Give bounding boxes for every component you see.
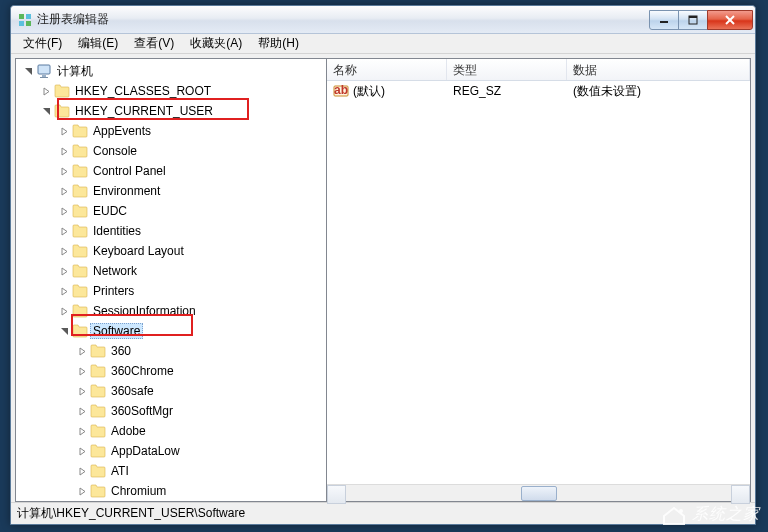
tree-node-hkcu-child-9[interactable]: SessionInformation <box>16 301 326 321</box>
tree-expand-icon[interactable] <box>56 263 72 279</box>
client-area: 计算机HKEY_CLASSES_ROOTHKEY_CURRENT_USERApp… <box>11 54 755 502</box>
list-body[interactable]: ab (默认) REG_SZ (数值未设置) <box>327 81 750 484</box>
menu-file[interactable]: 文件(F) <box>15 33 70 54</box>
tree-expand-icon[interactable] <box>56 143 72 159</box>
folder-icon <box>72 223 88 239</box>
tree-expand-icon[interactable] <box>56 163 72 179</box>
menu-edit[interactable]: 编辑(E) <box>70 33 126 54</box>
tree-expand-icon[interactable] <box>74 363 90 379</box>
menu-view[interactable]: 查看(V) <box>126 33 182 54</box>
list-pane: 名称 类型 数据 ab (默认) REG_SZ (数值未设置) <box>327 58 751 502</box>
svg-rect-0 <box>19 14 24 19</box>
svg-rect-1 <box>26 14 31 19</box>
tree-expand-icon[interactable] <box>56 223 72 239</box>
tree-node-hkcr[interactable]: HKEY_CLASSES_ROOT <box>16 81 326 101</box>
close-button[interactable] <box>707 10 753 30</box>
tree-label: ATI <box>108 463 132 479</box>
tree-node-hkcu[interactable]: HKEY_CURRENT_USER <box>16 101 326 121</box>
tree-label: Adobe <box>108 423 149 439</box>
tree-label: HKEY_CLASSES_ROOT <box>72 83 214 99</box>
minimize-button[interactable] <box>649 10 679 30</box>
tree-pane[interactable]: 计算机HKEY_CLASSES_ROOTHKEY_CURRENT_USERApp… <box>15 58 327 502</box>
tree-expand-icon[interactable] <box>56 123 72 139</box>
tree-label: 360Chrome <box>108 363 177 379</box>
tree-node-hkcu-child-7[interactable]: Network <box>16 261 326 281</box>
tree-expand-icon[interactable] <box>74 463 90 479</box>
tree-label: Keyboard Layout <box>90 243 187 259</box>
list-row[interactable]: ab (默认) REG_SZ (数值未设置) <box>327 81 750 101</box>
tree-node-hkcu-child-6[interactable]: Keyboard Layout <box>16 241 326 261</box>
folder-icon <box>72 303 88 319</box>
tree-expand-icon[interactable] <box>56 203 72 219</box>
folder-icon <box>54 83 70 99</box>
tree-expand-icon[interactable] <box>56 283 72 299</box>
tree-node-hkcu-child-0[interactable]: AppEvents <box>16 121 326 141</box>
tree-collapse-icon[interactable] <box>56 323 72 339</box>
tree-collapse-icon[interactable] <box>20 63 36 79</box>
folder-icon <box>90 423 106 439</box>
tree-expand-icon[interactable] <box>74 423 90 439</box>
tree-node-software-child-4[interactable]: Adobe <box>16 421 326 441</box>
column-type[interactable]: 类型 <box>447 59 567 80</box>
tree-label: 360safe <box>108 383 157 399</box>
tree-expand-icon[interactable] <box>74 443 90 459</box>
statusbar: 计算机\HKEY_CURRENT_USER\Software <box>11 502 755 524</box>
svg-rect-10 <box>42 75 46 77</box>
titlebar[interactable]: 注册表编辑器 <box>11 6 755 34</box>
tree-collapse-icon[interactable] <box>38 103 54 119</box>
tree-node-software[interactable]: Software <box>16 321 326 341</box>
tree-expand-icon[interactable] <box>38 83 54 99</box>
value-name: (默认) <box>353 83 385 100</box>
menu-help[interactable]: 帮助(H) <box>250 33 307 54</box>
tree-node-software-child-7[interactable]: Chromium <box>16 481 326 501</box>
folder-icon <box>72 163 88 179</box>
tree-node-hkcu-child-1[interactable]: Console <box>16 141 326 161</box>
window-title: 注册表编辑器 <box>37 11 650 28</box>
menubar: 文件(F) 编辑(E) 查看(V) 收藏夹(A) 帮助(H) <box>11 34 755 54</box>
string-value-icon: ab <box>333 83 349 99</box>
tree-expand-icon[interactable] <box>74 403 90 419</box>
svg-rect-11 <box>40 77 48 78</box>
tree-expand-icon[interactable] <box>56 303 72 319</box>
tree-node-software-child-6[interactable]: ATI <box>16 461 326 481</box>
tree-node-hkcu-child-2[interactable]: Control Panel <box>16 161 326 181</box>
column-name[interactable]: 名称 <box>327 59 447 80</box>
tree-label: Network <box>90 263 140 279</box>
status-path: 计算机\HKEY_CURRENT_USER\Software <box>17 505 245 522</box>
folder-icon <box>72 243 88 259</box>
tree-node-hkcu-child-4[interactable]: EUDC <box>16 201 326 221</box>
tree-expand-icon[interactable] <box>56 183 72 199</box>
svg-rect-9 <box>38 65 50 74</box>
svg-rect-2 <box>19 21 24 26</box>
menu-favorites[interactable]: 收藏夹(A) <box>182 33 250 54</box>
folder-icon <box>72 263 88 279</box>
tree-node-computer[interactable]: 计算机 <box>16 61 326 81</box>
tree-node-hkcu-child-3[interactable]: Environment <box>16 181 326 201</box>
tree-node-hkcu-child-8[interactable]: Printers <box>16 281 326 301</box>
tree-node-hkcu-child-5[interactable]: Identities <box>16 221 326 241</box>
tree-expand-icon[interactable] <box>74 383 90 399</box>
tree-node-software-child-3[interactable]: 360SoftMgr <box>16 401 326 421</box>
column-data[interactable]: 数据 <box>567 59 750 80</box>
tree-label: Software <box>90 323 143 339</box>
tree-expand-icon[interactable] <box>74 343 90 359</box>
tree-node-software-child-2[interactable]: 360safe <box>16 381 326 401</box>
tree-label: Identities <box>90 223 144 239</box>
tree-label: HKEY_CURRENT_USER <box>72 103 216 119</box>
watermark-text: 系统之家 <box>692 504 760 525</box>
tree-expand-icon[interactable] <box>56 243 72 259</box>
value-type: REG_SZ <box>447 82 567 100</box>
tree-label: Chromium <box>108 483 169 499</box>
maximize-button[interactable] <box>678 10 708 30</box>
tree-label: Environment <box>90 183 163 199</box>
tree-expand-icon[interactable] <box>74 483 90 499</box>
horizontal-scrollbar[interactable] <box>327 484 750 501</box>
folder-icon <box>54 103 70 119</box>
watermark-logo-icon <box>660 502 688 526</box>
tree-node-software-child-1[interactable]: 360Chrome <box>16 361 326 381</box>
folder-icon <box>90 463 106 479</box>
tree-node-software-child-0[interactable]: 360 <box>16 341 326 361</box>
tree-node-software-child-5[interactable]: AppDataLow <box>16 441 326 461</box>
folder-icon <box>72 143 88 159</box>
scrollbar-thumb[interactable] <box>521 486 557 501</box>
